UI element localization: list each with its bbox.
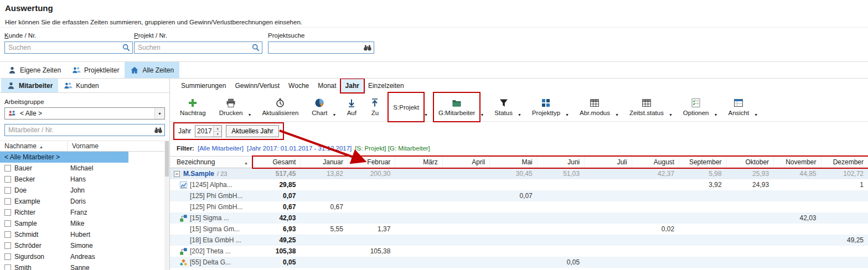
dropdown-caret-icon[interactable] bbox=[614, 93, 621, 121]
toolbar-button-chart[interactable]: Chart bbox=[307, 93, 332, 121]
checkbox[interactable] bbox=[4, 220, 11, 227]
column-header-vorname[interactable]: Vorname bbox=[68, 142, 169, 150]
column-header-bezeichnung[interactable]: Bezeichnung bbox=[170, 157, 253, 168]
member-list-scrollbar[interactable] bbox=[164, 141, 169, 270]
member-row[interactable]: ExampleDoris bbox=[0, 196, 169, 207]
column-header-august[interactable]: August bbox=[632, 157, 679, 168]
toolbar-button-abr-modus[interactable]: Abr.modus bbox=[575, 93, 614, 121]
collapse-expander-icon[interactable] bbox=[174, 171, 180, 177]
dropdown-caret-icon[interactable] bbox=[753, 93, 760, 121]
toolbar-button-status[interactable]: Status bbox=[490, 93, 517, 121]
toolbar-button-nachtrag[interactable]: Nachtrag bbox=[175, 93, 210, 121]
column-header-april[interactable]: April bbox=[442, 157, 489, 168]
dropdown-caret-icon[interactable] bbox=[332, 93, 338, 121]
grid-cell: 0,67 bbox=[253, 201, 300, 212]
dropdown-caret-icon[interactable] bbox=[668, 93, 674, 121]
left-tab-kunden[interactable]: Kunden bbox=[58, 79, 104, 92]
kunde-search-input[interactable] bbox=[4, 41, 133, 54]
scope-tab-alle-zeiten[interactable]: Alle Zeiten bbox=[125, 62, 179, 78]
toolbar-button-projekttyp[interactable]: Projekttyp bbox=[528, 93, 565, 121]
binoculars-icon[interactable] bbox=[363, 43, 372, 52]
checkbox[interactable] bbox=[4, 264, 11, 270]
dropdown-caret-icon[interactable] bbox=[423, 93, 430, 121]
toolbar-button-g-mitarbeiter[interactable]: G:Mitarbeiter bbox=[434, 93, 479, 121]
column-header-mai[interactable]: Mai bbox=[489, 157, 536, 168]
select-all-members-row[interactable]: < Alle Mitarbeiter > bbox=[0, 152, 128, 163]
grid-row[interactable]: [125] Phi GmbH...0,670,67 bbox=[170, 201, 868, 212]
dropdown-caret-icon[interactable] bbox=[714, 93, 720, 121]
member-row[interactable]: SampleMike bbox=[0, 218, 169, 229]
view-tab-summierungen[interactable]: Summierungen bbox=[177, 79, 230, 92]
column-header-juli[interactable]: Juli bbox=[584, 157, 631, 168]
toolbar-button-drucken[interactable]: Drucken bbox=[215, 93, 247, 121]
left-tab-mitarbeiter[interactable]: Mitarbeiter bbox=[1, 79, 58, 92]
grid-row[interactable]: [15] Sigma ...42,0342,03 bbox=[170, 212, 868, 224]
dropdown-caret-icon[interactable] bbox=[565, 93, 571, 121]
grid-row[interactable]: [15] Sigma Gm...6,935,551,370,02 bbox=[170, 224, 868, 235]
magnifier-icon[interactable] bbox=[251, 43, 260, 52]
checkbox[interactable] bbox=[4, 165, 11, 172]
grid-row[interactable]: [1245] Alpha...29,853,9224,931 bbox=[170, 179, 868, 190]
toolbar-button-optionen[interactable]: Optionen bbox=[679, 93, 714, 121]
spin-up-icon[interactable] bbox=[214, 126, 221, 131]
checkbox[interactable] bbox=[4, 176, 11, 183]
row-name: [125] Phi GmbH... bbox=[170, 201, 253, 212]
member-row[interactable]: BauerMichael bbox=[0, 163, 169, 174]
member-row[interactable]: SchröderSimone bbox=[0, 240, 169, 251]
checkbox[interactable] bbox=[4, 198, 11, 205]
dropdown-caret-icon[interactable] bbox=[479, 93, 485, 121]
dropdown-caret-icon[interactable] bbox=[247, 93, 254, 121]
checkbox[interactable] bbox=[4, 187, 11, 194]
checkbox[interactable] bbox=[4, 231, 11, 238]
dropdown-caret-icon[interactable] bbox=[517, 93, 523, 121]
member-row[interactable]: SchmidtHubert bbox=[0, 229, 169, 240]
grid-row[interactable]: [125] Phi GmbH...0,070,07 bbox=[170, 190, 868, 201]
column-header-dezember[interactable]: Dezember bbox=[821, 157, 868, 168]
column-header-gesamt[interactable]: Gesamt bbox=[253, 157, 300, 168]
column-header-juni[interactable]: Juni bbox=[537, 157, 584, 168]
member-row[interactable]: SmithSanne bbox=[0, 262, 169, 270]
checkbox[interactable] bbox=[4, 253, 11, 260]
spin-down-icon[interactable] bbox=[214, 131, 221, 137]
column-header-nachname[interactable]: Nachname bbox=[0, 141, 68, 151]
scope-tab-projektleiter[interactable]: Projektleiter bbox=[66, 62, 125, 78]
toolbar-button-zu[interactable]: Zu bbox=[365, 93, 384, 121]
grid-row[interactable]: [55] Delta G...0,050,05 bbox=[170, 257, 868, 268]
scrollbar-thumb[interactable] bbox=[165, 141, 169, 176]
magnifier-icon[interactable] bbox=[122, 43, 131, 52]
column-header-november[interactable]: November bbox=[773, 157, 820, 168]
toolbar-button-aktualisieren[interactable]: Aktualisieren bbox=[257, 93, 303, 121]
arbeitsgruppe-select[interactable]: < Alle > bbox=[4, 107, 165, 120]
view-tab-einzelzeiten[interactable]: Einzelzeiten bbox=[364, 79, 409, 92]
member-row[interactable]: RichterFranz bbox=[0, 207, 169, 218]
column-header-januar[interactable]: Januar bbox=[300, 157, 347, 168]
grid-row[interactable]: [18] Eta GmbH ...49,2549,25 bbox=[170, 235, 868, 246]
grid-row[interactable]: M.Sample/ 23517,4513,82200,3030,4551,034… bbox=[170, 168, 868, 179]
member-row[interactable]: BeckerHans bbox=[0, 174, 169, 185]
projekt-search-input[interactable] bbox=[134, 41, 262, 54]
dropdown-caret-icon[interactable] bbox=[154, 108, 164, 119]
member-row[interactable]: SigurdsonAndreas bbox=[0, 251, 169, 262]
scope-tab-eigene-zeiten[interactable]: Eigene Zeiten bbox=[2, 62, 66, 78]
toolbar-button-zeitst-status[interactable]: Zeitst.status bbox=[625, 93, 668, 121]
toolbar-button-ansicht[interactable]: Ansicht bbox=[724, 93, 753, 121]
mitarbeiter-search-input[interactable] bbox=[4, 124, 165, 136]
grid-row[interactable]: [202] Theta ...105,38105,38 bbox=[170, 246, 868, 257]
projektsuche-input[interactable] bbox=[268, 41, 374, 54]
view-tab-jahr[interactable]: Jahr bbox=[341, 79, 364, 92]
year-spinner[interactable]: 2017 bbox=[195, 125, 222, 137]
column-header-september[interactable]: September bbox=[679, 157, 726, 168]
column-header-februar[interactable]: Februar bbox=[348, 157, 395, 168]
column-header-oktober[interactable]: Oktober bbox=[726, 157, 773, 168]
aktuelles-jahr-button[interactable]: Aktuelles Jahr bbox=[226, 125, 278, 137]
view-tab-gewinn-verlust[interactable]: Gewinn/Verlust bbox=[230, 79, 284, 92]
member-row[interactable]: DoeJohn bbox=[0, 185, 169, 196]
checkbox[interactable] bbox=[4, 209, 11, 216]
binoculars-icon[interactable] bbox=[154, 126, 163, 134]
view-tab-woche[interactable]: Woche bbox=[284, 79, 313, 92]
checkbox[interactable] bbox=[4, 242, 11, 249]
view-tab-monat[interactable]: Monat bbox=[313, 79, 340, 92]
toolbar-button-auf[interactable]: Auf bbox=[342, 93, 361, 121]
toolbar-button-s-projekt[interactable]: S:Projekt bbox=[389, 93, 423, 121]
column-header-maerz[interactable]: März bbox=[395, 157, 442, 168]
